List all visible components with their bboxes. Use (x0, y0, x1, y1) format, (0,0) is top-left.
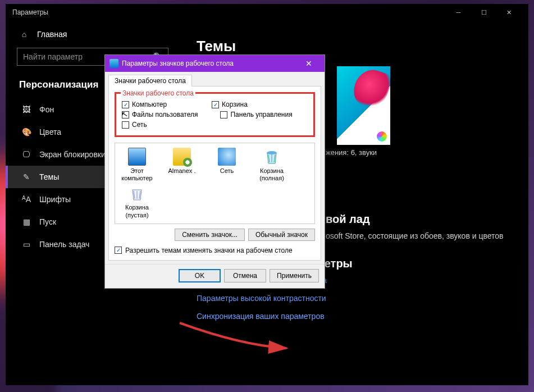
section-heading: вой лад (326, 213, 512, 226)
checkbox-user-files[interactable]: Файлы пользователя (122, 111, 198, 118)
dialog-close-button[interactable]: ✕ (298, 59, 320, 68)
palette-icon: 🎨 (21, 127, 31, 136)
change-icon-button[interactable]: Сменить значок... (175, 229, 245, 241)
fieldset-legend: Значки рабочего стола (121, 89, 195, 97)
icon-this-pc[interactable]: Этот компьютер (120, 148, 154, 182)
theme-icon: ✎ (21, 172, 31, 181)
dialog-title-icon (109, 59, 118, 68)
bin-full-icon (263, 148, 281, 166)
minimize-button[interactable]: ─ (446, 4, 471, 21)
checkbox-recycle-bin[interactable]: Корзина (212, 101, 248, 108)
icon-user-folder[interactable]: Almanex . (165, 148, 199, 182)
apply-button[interactable]: Применить (270, 269, 319, 282)
allow-themes-checkbox[interactable]: Разрешить темам изменять значки на рабоч… (115, 247, 315, 254)
search-placeholder: Найти параметр (23, 52, 83, 61)
dialog-titlebar: Параметры значков рабочего стола ✕ (105, 55, 325, 72)
home-link[interactable]: ⌂ Главная (6, 25, 180, 43)
dialog-title: Параметры значков рабочего стола (122, 60, 298, 67)
icon-preview-grid[interactable]: Этот компьютер Almanex . Сеть Корзина (п… (115, 143, 315, 224)
start-icon: ▦ (21, 217, 31, 226)
related-link-high-contrast[interactable]: Параметры высокой контрастности (197, 294, 512, 303)
image-icon: 🖼 (21, 105, 31, 114)
window-title: Параметры (12, 8, 446, 16)
default-icon-button[interactable]: Обычный значок (248, 229, 315, 241)
network-icon (218, 148, 236, 166)
theme-subtitle: жения: 6, звуки (326, 148, 512, 157)
font-icon: AA (21, 195, 31, 204)
theme-thumbnail[interactable] (337, 66, 390, 145)
section-desc: osoft Store, состоящие из обоев, звуков … (326, 231, 512, 240)
icon-network[interactable]: Сеть (209, 148, 244, 182)
folder-icon (173, 148, 191, 166)
lock-icon: 🖵 (21, 150, 31, 159)
icon-recycle-full[interactable]: Корзина (полная) (254, 148, 289, 182)
checkbox-network[interactable]: Сеть (122, 121, 147, 129)
desktop-icons-dialog: Параметры значков рабочего стола ✕ Значк… (104, 54, 325, 289)
desktop-icons-fieldset: Значки рабочего стола ↖ Компьютер Корзин… (115, 92, 315, 137)
dialog-tab[interactable]: Значки рабочего стола (108, 75, 192, 86)
bin-empty-icon (128, 184, 146, 202)
icon-recycle-empty[interactable]: Корзина (пустая) (120, 184, 154, 218)
taskbar-icon: ▭ (21, 240, 31, 249)
sidebar-item-label: Пуск (39, 217, 56, 226)
cancel-button[interactable]: Отмена (224, 269, 266, 282)
related-link-sync[interactable]: Синхронизация ваших параметров (197, 312, 512, 321)
sidebar-item-label: Цвета (39, 127, 61, 136)
palette-icon (377, 131, 387, 142)
sidebar-item-label: Панель задач (39, 240, 89, 249)
checkbox-control-panel[interactable]: Панель управления (220, 111, 292, 118)
cursor-icon: ↖ (121, 109, 129, 119)
sidebar-item-label: Фон (39, 105, 54, 114)
sidebar-item-label: Темы (39, 172, 59, 181)
sidebar-item-label: Экран блокировки (39, 150, 106, 159)
sidebar-item-label: Шрифты (39, 195, 71, 204)
close-button[interactable]: ✕ (496, 4, 522, 21)
computer-icon (128, 148, 146, 166)
titlebar: Параметры ─ ☐ ✕ (6, 4, 528, 21)
svg-point-0 (267, 151, 277, 154)
ok-button[interactable]: OK (179, 269, 221, 282)
page-title: Темы (197, 38, 512, 55)
checkbox-computer[interactable]: Компьютер (122, 101, 167, 108)
home-label: Главная (37, 30, 67, 39)
home-icon: ⌂ (19, 30, 29, 39)
maximize-button[interactable]: ☐ (471, 4, 496, 21)
